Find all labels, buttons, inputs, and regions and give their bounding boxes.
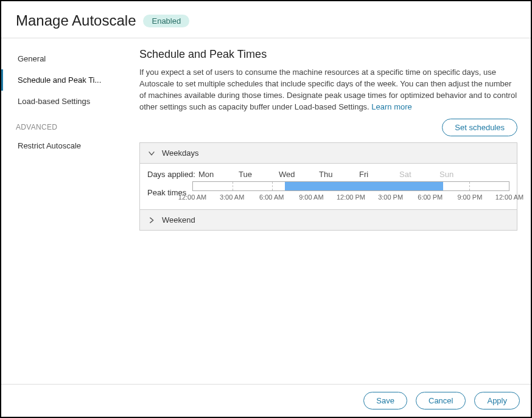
tick-label: 3:00 PM (378, 193, 403, 201)
day-label: Tue (239, 170, 279, 179)
sidebar-section-advanced: ADVANCED (1, 112, 126, 135)
peak-fill[interactable] (285, 182, 443, 190)
tick-label: 9:00 PM (457, 193, 482, 201)
page-header: Manage Autoscale Enabled (1, 1, 531, 38)
peak-times-row: Peak times 12:00 AM3:00 AM6:00 AM9:00 AM… (147, 180, 509, 204)
day-label: Wed (279, 170, 319, 179)
schedule-block: Weekdays Days applied: MonTueWedThuFriSa… (139, 142, 517, 231)
save-button[interactable]: Save (363, 392, 407, 409)
sidebar-item-load-based-settings[interactable]: Load-based Settings (1, 91, 126, 112)
weekend-title: Weekend (162, 215, 195, 225)
page-title: Manage Autoscale (16, 12, 136, 29)
tick-label: 6:00 PM (418, 193, 443, 201)
tick-labels: 12:00 AM3:00 AM6:00 AM9:00 AM12:00 PM3:0… (192, 193, 509, 204)
days-applied-label: Days applied: (147, 170, 198, 179)
tick-label: 3:00 AM (220, 193, 244, 201)
chevron-down-icon (147, 149, 156, 158)
footer-actions: Save Cancel Apply (1, 384, 531, 417)
day-label: Mon (198, 170, 239, 179)
main-panel: Schedule and Peak Times If you expect a … (126, 38, 531, 384)
chevron-right-icon (147, 216, 156, 225)
tick-line (233, 182, 233, 190)
day-label: Sat (399, 170, 439, 179)
weekdays-body: Days applied: MonTueWedThuFriSatSun Peak… (140, 164, 517, 210)
tick-label: 12:00 PM (337, 193, 365, 201)
tick-label: 9:00 AM (299, 193, 323, 201)
status-badge: Enabled (143, 15, 189, 27)
cancel-button[interactable]: Cancel (416, 392, 466, 409)
tick-label: 6:00 AM (259, 193, 284, 201)
description-text: If you expect a set of users to consume … (139, 68, 517, 111)
peak-bar[interactable] (192, 181, 509, 191)
tick-label: 12:00 AM (495, 193, 523, 201)
section-title: Schedule and Peak Times (139, 48, 517, 61)
apply-button[interactable]: Apply (474, 392, 520, 409)
days-applied-row: Days applied: MonTueWedThuFriSatSun (147, 170, 509, 179)
weekdays-title: Weekdays (162, 148, 198, 158)
sidebar-item-general[interactable]: General (1, 48, 126, 69)
day-label: Sun (439, 170, 480, 179)
day-label: Thu (319, 170, 359, 179)
tick-line (272, 182, 273, 190)
weekdays-header[interactable]: Weekdays (140, 143, 517, 164)
day-label: Fri (359, 170, 399, 179)
sidebar-nav: General Schedule and Peak Ti... Load-bas… (1, 38, 126, 384)
tick-label: 12:00 AM (178, 193, 206, 201)
learn-more-link[interactable]: Learn more (371, 102, 411, 111)
tick-line (469, 182, 470, 190)
weekend-header[interactable]: Weekend (140, 210, 517, 230)
peak-bar-wrap: 12:00 AM3:00 AM6:00 AM9:00 AM12:00 PM3:0… (192, 180, 509, 204)
sidebar-item-restrict-autoscale[interactable]: Restrict Autoscale (1, 135, 126, 156)
section-description: If you expect a set of users to consume … (139, 67, 517, 113)
days-list: MonTueWedThuFriSatSun (198, 170, 509, 179)
set-schedules-button[interactable]: Set schedules (442, 119, 517, 136)
sidebar-item-schedule-peak-times[interactable]: Schedule and Peak Ti... (1, 69, 126, 91)
